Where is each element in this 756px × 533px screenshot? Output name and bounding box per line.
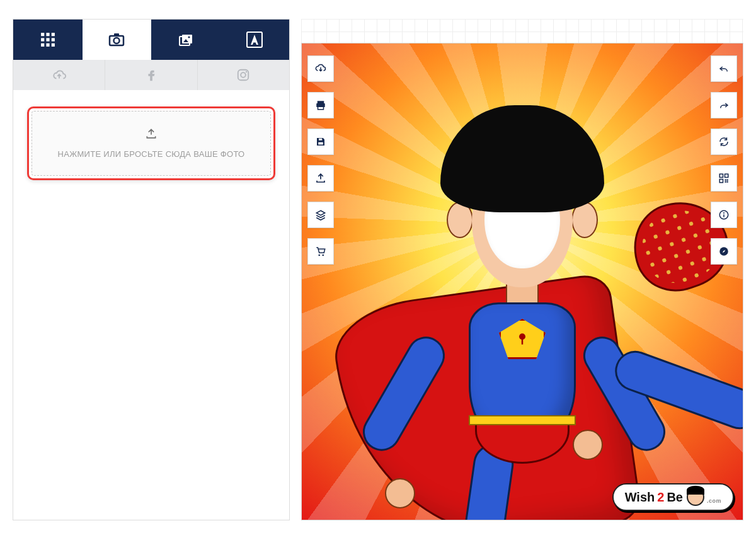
print-icon [315,100,326,111]
instagram-icon [236,68,250,82]
upload-icon [315,173,326,184]
text-a-icon [246,32,263,48]
download-button[interactable] [307,55,334,82]
upload-body: НАЖМИТЕ ИЛИ БРОСЬТЕ СЮДА ВАШЕ ФОТО [13,90,289,520]
tab-photo[interactable] [83,20,152,60]
print-button[interactable] [307,92,334,118]
redo-button[interactable] [711,92,737,118]
canvas-panel: Wish2Be .com [301,19,743,520]
upload-button[interactable] [307,165,334,192]
cloud-upload-icon [52,68,66,82]
compass-icon [718,246,730,257]
qr-icon [718,173,730,184]
camera-icon [108,32,125,48]
left-panel: НАЖМИТЕ ИЛИ БРОСЬТЕ СЮДА ВАШЕ ФОТО [13,19,290,520]
upload-icon [145,128,158,140]
photo-dropzone[interactable]: НАЖМИТЕ ИЛИ БРОСЬТЕ СЮДА ВАШЕ ФОТО [32,111,271,176]
compass-button[interactable] [711,238,737,265]
tab-images[interactable] [151,20,220,60]
watermark-part2: 2 [657,490,664,505]
layers-icon [315,209,326,221]
tab-text[interactable] [220,20,290,60]
hero-fist-right [573,430,603,460]
shop-button[interactable] [307,238,334,265]
canvas-toolbar-left [307,55,334,265]
info-icon [718,209,730,221]
info-button[interactable] [711,202,737,228]
hero-fist-left [385,478,415,508]
watermark-part3: Be [667,490,683,505]
app-root: НАЖМИТЕ ИЛИ БРОСЬТЕ СЮДА ВАШЕ ФОТО [0,0,756,533]
main-tabs [13,20,289,60]
watermark-part1: Wish [625,490,655,505]
qr-button[interactable] [711,165,737,192]
dropzone-highlight: НАЖМИТЕ ИЛИ БРОСЬТЕ СЮДА ВАШЕ ФОТО [27,106,275,180]
source-upload[interactable] [13,60,105,90]
superhero-template [321,129,724,520]
canvas-area[interactable]: Wish2Be .com [301,43,743,520]
watermark: Wish2Be .com [612,483,734,511]
dropzone-text: НАЖМИТЕ ИЛИ БРОСЬТЕ СЮДА ВАШЕ ФОТО [41,149,261,159]
canvas-toolbar-right [711,55,737,265]
grid-icon [40,32,56,48]
save-icon [315,136,326,147]
photo-source-tabs [13,60,289,90]
save-button[interactable] [307,129,334,155]
layers-button[interactable] [307,202,334,228]
source-facebook[interactable] [105,60,197,90]
source-instagram[interactable] [198,60,289,90]
refresh-button[interactable] [711,129,737,155]
cloud-download-icon [315,63,326,74]
facebook-icon [144,68,158,82]
undo-button[interactable] [711,55,737,82]
refresh-icon [718,136,730,147]
cart-icon [315,246,326,257]
hero-belt [469,415,576,425]
images-icon [178,32,194,48]
emblem-icon [513,330,532,348]
tab-templates[interactable] [13,20,83,60]
watermark-suffix: .com [707,498,721,504]
undo-icon [718,63,730,74]
redo-icon [718,100,730,111]
watermark-face-icon [687,488,704,506]
